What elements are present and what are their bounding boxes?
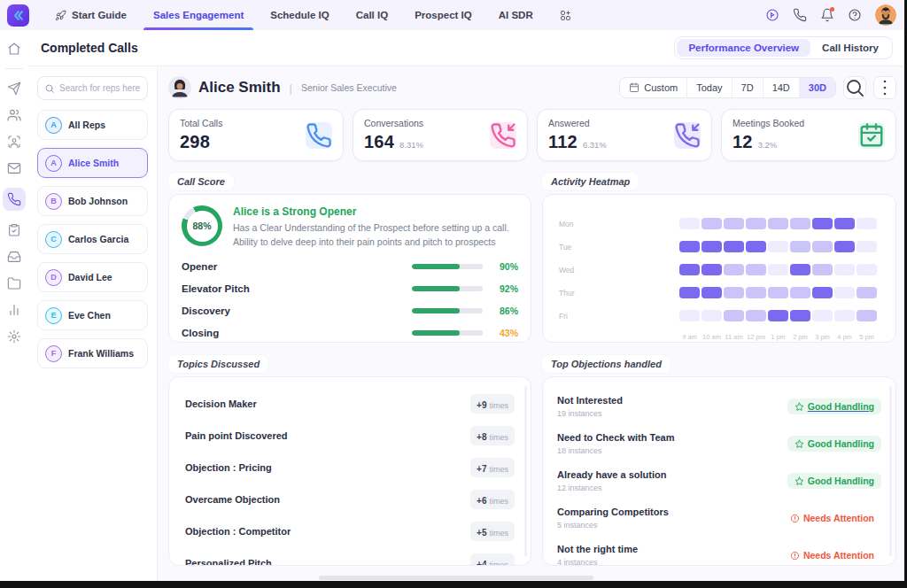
phone-icon[interactable] <box>793 8 807 22</box>
heatmap-cell[interactable] <box>857 264 877 275</box>
heatmap-cell[interactable] <box>834 287 855 298</box>
search-button[interactable] <box>843 76 866 99</box>
needs-attention-badge[interactable]: Needs Attention <box>783 510 881 526</box>
filter-range-30d[interactable]: 30D <box>799 78 835 97</box>
heatmap-cell[interactable] <box>702 218 722 229</box>
heatmap-cell[interactable] <box>746 218 766 229</box>
home-icon[interactable] <box>7 42 21 56</box>
heatmap-cell[interactable] <box>812 218 833 229</box>
topics-scrollbar[interactable] <box>524 386 527 556</box>
heatmap-cell[interactable] <box>790 218 810 229</box>
heatmap-cell[interactable] <box>768 264 788 275</box>
objection-row[interactable]: Comparing Competitors5 instancesNeeds At… <box>555 499 883 537</box>
heatmap-cell[interactable] <box>702 241 722 252</box>
heatmap-cell[interactable] <box>790 287 810 298</box>
rep-search[interactable] <box>37 76 148 100</box>
heatmap-cell[interactable] <box>790 264 810 275</box>
heatmap-cell[interactable] <box>790 310 810 321</box>
needs-attention-badge[interactable]: Needs Attention <box>783 547 881 563</box>
filter-range-7d[interactable]: 7D <box>732 78 763 97</box>
objection-row[interactable]: Need to Check with Team18 instancesGood … <box>555 425 883 462</box>
heatmap-cell[interactable] <box>679 287 700 298</box>
heatmap-cell[interactable] <box>857 218 877 229</box>
nav-tab-apps[interactable] <box>547 0 585 30</box>
good-handling-badge[interactable]: Good Handling <box>787 398 881 414</box>
user-avatar[interactable] <box>875 4 896 26</box>
topic-row[interactable]: Personalized Pitch+4times <box>182 547 518 566</box>
mail-icon[interactable] <box>7 161 21 175</box>
heatmap-cell[interactable] <box>724 310 744 321</box>
heatmap-cell[interactable] <box>768 310 788 321</box>
nav-tab-call-iq[interactable]: Call IQ <box>343 0 401 30</box>
users-icon[interactable] <box>7 108 21 122</box>
topic-row[interactable]: Objection : Pricing+7times <box>182 452 518 484</box>
heatmap-cell[interactable] <box>812 264 833 275</box>
topic-row[interactable]: Overcame Objection+6times <box>182 484 518 515</box>
nav-tab-ai-sdr[interactable]: AI SDR <box>485 0 547 30</box>
heatmap-cell[interactable] <box>812 310 833 321</box>
rep-search-input[interactable] <box>59 83 141 93</box>
rep-item-all-reps[interactable]: AAll Reps <box>37 110 148 140</box>
topic-row[interactable]: Pain point Discovered+8times <box>182 420 518 452</box>
bell-icon[interactable] <box>820 8 834 22</box>
objection-row[interactable]: Not the right time4 instancesNeeds Atten… <box>555 537 883 566</box>
heatmap-cell[interactable] <box>768 287 788 298</box>
help-icon[interactable] <box>848 8 862 22</box>
app-logo[interactable] <box>7 4 29 27</box>
heatmap-cell[interactable] <box>746 310 766 321</box>
heatmap-cell[interactable] <box>746 287 766 298</box>
heatmap-cell[interactable] <box>746 241 766 252</box>
pitch-play-icon[interactable] <box>765 8 779 22</box>
horizontal-scrollbar[interactable] <box>319 576 593 580</box>
heatmap-cell[interactable] <box>724 264 744 275</box>
heatmap-cell[interactable] <box>724 287 744 298</box>
heatmap-cell[interactable] <box>857 241 877 252</box>
heatmap-cell[interactable] <box>702 264 722 275</box>
heatmap-cell[interactable] <box>679 264 700 275</box>
filter-range-today[interactable]: Today <box>686 78 731 97</box>
phone-icon[interactable] <box>3 188 26 211</box>
heatmap-cell[interactable] <box>702 310 722 321</box>
nav-tab-schedule-iq[interactable]: Schedule IQ <box>257 0 342 30</box>
heatmap-cell[interactable] <box>834 241 855 252</box>
folder-icon[interactable] <box>7 276 21 290</box>
heatmap-cell[interactable] <box>702 287 722 298</box>
rep-item-alice-smith[interactable]: AAlice Smith <box>37 148 148 178</box>
objection-row[interactable]: Not Interested19 instancesGood Handling <box>555 388 883 425</box>
heatmap-cell[interactable] <box>679 218 700 229</box>
heatmap-cell[interactable] <box>679 241 700 252</box>
heatmap-cell[interactable] <box>679 310 700 321</box>
filter-range-14d[interactable]: 14D <box>763 78 799 97</box>
topic-row[interactable]: Objection : Competitor+5times <box>182 515 518 547</box>
good-handling-badge[interactable]: Good Handling <box>787 436 881 452</box>
objections-scrollbar[interactable] <box>889 386 892 556</box>
topic-row[interactable]: Decision Maker+9times <box>182 388 518 420</box>
nav-tab-start-guide[interactable]: Start Guide <box>42 0 140 30</box>
rep-item-eve-chen[interactable]: EEve Chen <box>37 300 148 330</box>
inbox-icon[interactable] <box>7 250 21 264</box>
user-scan-icon[interactable] <box>7 135 21 149</box>
heatmap-cell[interactable] <box>857 310 877 321</box>
heatmap-cell[interactable] <box>746 264 766 275</box>
nav-tab-sales-engagement[interactable]: Sales Engagement <box>140 0 257 30</box>
heatmap-cell[interactable] <box>724 218 744 229</box>
toggle-performance-overview[interactable]: Performance Overview <box>677 39 810 57</box>
good-handling-badge[interactable]: Good Handling <box>787 473 881 489</box>
heatmap-cell[interactable] <box>834 218 855 229</box>
rep-item-bob-johnson[interactable]: BBob Johnson <box>37 186 148 216</box>
settings-icon[interactable] <box>7 329 21 344</box>
rep-item-carlos-garcia[interactable]: CCarlos Garcia <box>37 224 148 254</box>
heatmap-cell[interactable] <box>768 218 788 229</box>
heatmap-cell[interactable] <box>834 264 855 275</box>
rep-item-frank-williams[interactable]: FFrank Williams <box>37 338 148 368</box>
heatmap-cell[interactable] <box>790 241 810 252</box>
heatmap-cell[interactable] <box>812 241 833 252</box>
heatmap-cell[interactable] <box>812 287 833 298</box>
heatmap-cell[interactable] <box>834 310 855 321</box>
kebab-button[interactable] <box>873 76 896 99</box>
filter-custom[interactable]: Custom <box>620 78 686 97</box>
heatmap-cell[interactable] <box>857 287 877 298</box>
heatmap-cell[interactable] <box>768 241 788 252</box>
bar-chart-icon[interactable] <box>7 303 21 317</box>
objection-row[interactable]: Already have a solution12 instancesGood … <box>555 462 883 499</box>
